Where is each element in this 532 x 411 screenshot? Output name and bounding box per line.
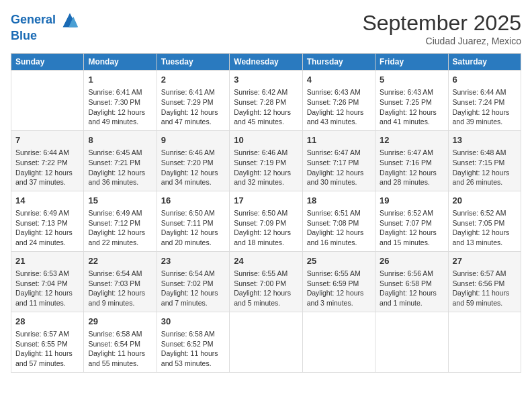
day-number: 30 <box>161 316 225 328</box>
logo-blue: Blue <box>11 29 37 42</box>
day-info: Sunrise: 6:54 AM Sunset: 7:03 PM Dayligh… <box>88 269 152 308</box>
calendar-cell <box>230 312 302 372</box>
day-info: Sunrise: 6:49 AM Sunset: 7:12 PM Dayligh… <box>88 208 152 248</box>
calendar-cell: 16Sunrise: 6:50 AM Sunset: 7:11 PM Dayli… <box>157 191 229 251</box>
day-number: 13 <box>453 134 517 146</box>
day-info: Sunrise: 6:53 AM Sunset: 7:04 PM Dayligh… <box>15 269 79 308</box>
day-number: 29 <box>88 316 152 328</box>
day-info: Sunrise: 6:43 AM Sunset: 7:25 PM Dayligh… <box>380 87 443 127</box>
col-header-thursday: Thursday <box>302 54 375 71</box>
logo-general: General <box>11 13 56 26</box>
day-info: Sunrise: 6:41 AM Sunset: 7:30 PM Dayligh… <box>88 87 152 127</box>
calendar-cell: 17Sunrise: 6:50 AM Sunset: 7:09 PM Dayli… <box>230 191 302 251</box>
day-number: 6 <box>453 74 517 86</box>
col-header-wednesday: Wednesday <box>230 54 302 71</box>
week-row-4: 21Sunrise: 6:53 AM Sunset: 7:04 PM Dayli… <box>11 251 521 312</box>
day-number: 14 <box>15 195 79 207</box>
logo-icon <box>60 11 79 30</box>
day-info: Sunrise: 6:41 AM Sunset: 7:29 PM Dayligh… <box>161 87 225 127</box>
day-number: 3 <box>234 74 298 86</box>
calendar-cell: 29Sunrise: 6:58 AM Sunset: 6:54 PM Dayli… <box>84 312 157 372</box>
logo: General Blue <box>11 11 79 43</box>
day-info: Sunrise: 6:47 AM Sunset: 7:17 PM Dayligh… <box>307 148 371 187</box>
calendar-cell: 23Sunrise: 6:54 AM Sunset: 7:02 PM Dayli… <box>157 251 229 312</box>
calendar-table: SundayMondayTuesdayWednesdayThursdayFrid… <box>11 53 521 373</box>
col-header-monday: Monday <box>84 54 157 71</box>
day-info: Sunrise: 6:51 AM Sunset: 7:08 PM Dayligh… <box>307 208 371 248</box>
header-row: SundayMondayTuesdayWednesdayThursdayFrid… <box>11 54 521 71</box>
day-info: Sunrise: 6:47 AM Sunset: 7:16 PM Dayligh… <box>380 148 443 187</box>
day-info: Sunrise: 6:44 AM Sunset: 7:24 PM Dayligh… <box>453 87 517 127</box>
day-number: 27 <box>453 255 517 267</box>
day-number: 21 <box>15 255 79 267</box>
day-info: Sunrise: 6:57 AM Sunset: 6:56 PM Dayligh… <box>453 269 517 308</box>
col-header-friday: Friday <box>375 54 448 71</box>
day-info: Sunrise: 6:55 AM Sunset: 6:59 PM Dayligh… <box>307 269 371 308</box>
day-info: Sunrise: 6:58 AM Sunset: 6:54 PM Dayligh… <box>88 329 152 369</box>
calendar-cell <box>375 312 448 372</box>
day-info: Sunrise: 6:57 AM Sunset: 6:55 PM Dayligh… <box>15 329 79 369</box>
day-number: 20 <box>453 195 517 207</box>
day-info: Sunrise: 6:46 AM Sunset: 7:19 PM Dayligh… <box>234 148 298 187</box>
day-number: 26 <box>380 255 443 267</box>
day-info: Sunrise: 6:42 AM Sunset: 7:28 PM Dayligh… <box>234 87 298 127</box>
calendar-cell: 20Sunrise: 6:52 AM Sunset: 7:05 PM Dayli… <box>448 191 521 251</box>
calendar-cell: 27Sunrise: 6:57 AM Sunset: 6:56 PM Dayli… <box>448 251 521 312</box>
calendar-cell <box>448 312 521 372</box>
day-number: 12 <box>380 134 443 146</box>
week-row-5: 28Sunrise: 6:57 AM Sunset: 6:55 PM Dayli… <box>11 312 521 372</box>
week-row-3: 14Sunrise: 6:49 AM Sunset: 7:13 PM Dayli… <box>11 191 521 251</box>
day-number: 24 <box>234 255 298 267</box>
calendar-cell: 8Sunrise: 6:45 AM Sunset: 7:21 PM Daylig… <box>84 130 157 191</box>
day-number: 18 <box>307 195 371 207</box>
day-number: 17 <box>234 195 298 207</box>
calendar-cell: 12Sunrise: 6:47 AM Sunset: 7:16 PM Dayli… <box>375 130 448 191</box>
calendar-cell: 13Sunrise: 6:48 AM Sunset: 7:15 PM Dayli… <box>448 130 521 191</box>
day-number: 9 <box>161 134 225 146</box>
day-info: Sunrise: 6:49 AM Sunset: 7:13 PM Dayligh… <box>15 208 79 248</box>
day-info: Sunrise: 6:44 AM Sunset: 7:22 PM Dayligh… <box>15 148 79 187</box>
calendar-cell: 3Sunrise: 6:42 AM Sunset: 7:28 PM Daylig… <box>230 71 302 131</box>
day-info: Sunrise: 6:50 AM Sunset: 7:09 PM Dayligh… <box>234 208 298 248</box>
day-number: 10 <box>234 134 298 146</box>
calendar-cell: 15Sunrise: 6:49 AM Sunset: 7:12 PM Dayli… <box>84 191 157 251</box>
day-info: Sunrise: 6:56 AM Sunset: 6:58 PM Dayligh… <box>380 269 443 308</box>
calendar-cell: 21Sunrise: 6:53 AM Sunset: 7:04 PM Dayli… <box>11 251 84 312</box>
day-info: Sunrise: 6:52 AM Sunset: 7:07 PM Dayligh… <box>380 208 443 248</box>
calendar-cell: 9Sunrise: 6:46 AM Sunset: 7:20 PM Daylig… <box>157 130 229 191</box>
col-header-tuesday: Tuesday <box>157 54 229 71</box>
col-header-saturday: Saturday <box>448 54 521 71</box>
day-info: Sunrise: 6:55 AM Sunset: 7:00 PM Dayligh… <box>234 269 298 308</box>
calendar-cell: 28Sunrise: 6:57 AM Sunset: 6:55 PM Dayli… <box>11 312 84 372</box>
calendar-cell <box>302 312 375 372</box>
calendar-cell: 6Sunrise: 6:44 AM Sunset: 7:24 PM Daylig… <box>448 71 521 131</box>
day-number: 8 <box>88 134 152 146</box>
calendar-cell: 7Sunrise: 6:44 AM Sunset: 7:22 PM Daylig… <box>11 130 84 191</box>
day-number: 5 <box>380 74 443 86</box>
page-header: General Blue September 2025 Ciudad Juare… <box>11 11 521 46</box>
day-info: Sunrise: 6:50 AM Sunset: 7:11 PM Dayligh… <box>161 208 225 248</box>
day-number: 7 <box>15 134 79 146</box>
day-info: Sunrise: 6:46 AM Sunset: 7:20 PM Dayligh… <box>161 148 225 187</box>
day-number: 16 <box>161 195 225 207</box>
month-title: September 2025 <box>362 11 521 36</box>
week-row-2: 7Sunrise: 6:44 AM Sunset: 7:22 PM Daylig… <box>11 130 521 191</box>
day-number: 15 <box>88 195 152 207</box>
day-number: 23 <box>161 255 225 267</box>
day-number: 25 <box>307 255 371 267</box>
day-info: Sunrise: 6:45 AM Sunset: 7:21 PM Dayligh… <box>88 148 152 187</box>
day-info: Sunrise: 6:43 AM Sunset: 7:26 PM Dayligh… <box>307 87 371 127</box>
calendar-cell: 2Sunrise: 6:41 AM Sunset: 7:29 PM Daylig… <box>157 71 229 131</box>
day-number: 2 <box>161 74 225 86</box>
day-number: 19 <box>380 195 443 207</box>
day-info: Sunrise: 6:48 AM Sunset: 7:15 PM Dayligh… <box>453 148 517 187</box>
day-number: 28 <box>15 316 79 328</box>
calendar-cell: 1Sunrise: 6:41 AM Sunset: 7:30 PM Daylig… <box>84 71 157 131</box>
calendar-cell: 10Sunrise: 6:46 AM Sunset: 7:19 PM Dayli… <box>230 130 302 191</box>
day-number: 22 <box>88 255 152 267</box>
week-row-1: 1Sunrise: 6:41 AM Sunset: 7:30 PM Daylig… <box>11 71 521 131</box>
day-number: 1 <box>88 74 152 86</box>
calendar-cell: 24Sunrise: 6:55 AM Sunset: 7:00 PM Dayli… <box>230 251 302 312</box>
day-number: 4 <box>307 74 371 86</box>
calendar-cell: 30Sunrise: 6:58 AM Sunset: 6:52 PM Dayli… <box>157 312 229 372</box>
